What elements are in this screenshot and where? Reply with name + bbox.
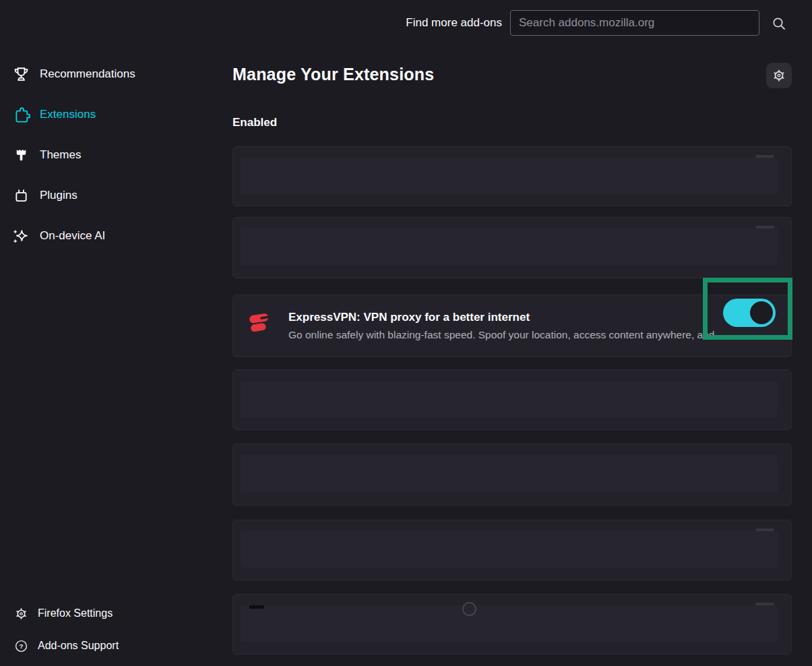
redacted-content bbox=[241, 381, 778, 417]
extension-card-placeholder[interactable] bbox=[232, 146, 792, 206]
find-more-addons-label: Find more add-ons bbox=[367, 10, 502, 36]
sidebar-item-label: Firefox Settings bbox=[38, 607, 113, 619]
sidebar-item-recommendations[interactable]: Recommendations bbox=[0, 59, 224, 89]
page-title: Manage Your Extensions bbox=[232, 65, 434, 84]
expressvpn-logo-icon bbox=[247, 309, 273, 335]
extension-card-placeholder[interactable] bbox=[232, 594, 792, 655]
redacted-badge bbox=[462, 602, 476, 616]
extension-card-placeholder[interactable] bbox=[232, 217, 792, 278]
redacted-toggle bbox=[755, 155, 774, 158]
sparkle-icon bbox=[12, 227, 30, 245]
sidebar-item-label: Plugins bbox=[40, 189, 77, 202]
sidebar-item-addons-support[interactable]: ? Add-ons Support bbox=[0, 631, 224, 661]
extension-toggle[interactable] bbox=[723, 299, 776, 327]
extension-card-placeholder[interactable] bbox=[232, 520, 792, 580]
gear-icon bbox=[772, 68, 786, 83]
plug-icon bbox=[12, 187, 30, 205]
extension-card-expressvpn[interactable]: ExpressVPN: VPN proxy for a better inter… bbox=[232, 295, 792, 357]
puzzle-icon bbox=[12, 106, 30, 124]
help-icon: ? bbox=[14, 639, 28, 653]
extension-card-placeholder[interactable] bbox=[232, 444, 792, 506]
sidebar-item-label: Themes bbox=[40, 148, 81, 162]
sidebar-item-extensions[interactable]: Extensions bbox=[0, 100, 224, 129]
paintbrush-icon bbox=[12, 146, 30, 164]
trophy-icon bbox=[12, 65, 30, 84]
tools-for-all-addons-button[interactable] bbox=[766, 63, 792, 88]
enabled-section-label: Enabled bbox=[232, 116, 277, 129]
search-submit-button[interactable] bbox=[768, 13, 790, 34]
toggle-knob bbox=[750, 301, 773, 324]
sidebar-item-themes[interactable]: Themes bbox=[0, 140, 224, 170]
search-icon bbox=[771, 16, 787, 32]
redacted-content bbox=[241, 605, 778, 642]
sidebar-item-plugins[interactable]: Plugins bbox=[0, 181, 224, 210]
extension-name: ExpressVPN: VPN proxy for a better inter… bbox=[288, 311, 530, 324]
extension-card-placeholder[interactable] bbox=[232, 369, 792, 430]
redacted-content bbox=[241, 229, 778, 265]
svg-text:?: ? bbox=[19, 642, 23, 649]
search-box bbox=[510, 10, 759, 36]
redacted-logo bbox=[249, 605, 264, 609]
redacted-content bbox=[241, 531, 778, 568]
redacted-toggle bbox=[755, 226, 774, 229]
gear-icon bbox=[14, 607, 28, 621]
redacted-content bbox=[241, 158, 778, 194]
sidebar-item-label: Add-ons Support bbox=[38, 640, 119, 652]
sidebar-item-label: Recommendations bbox=[40, 67, 135, 81]
sidebar-item-label: On-device AI bbox=[40, 229, 105, 243]
redacted-toggle bbox=[755, 528, 774, 531]
sidebar-item-label: Extensions bbox=[40, 108, 96, 121]
sidebar-item-on-device-ai[interactable]: On-device AI bbox=[0, 221, 224, 251]
extension-description: Go online safely with blazing-fast speed… bbox=[288, 329, 726, 341]
search-input[interactable] bbox=[510, 10, 759, 36]
redacted-content bbox=[241, 455, 778, 491]
redacted-toggle bbox=[755, 603, 774, 605]
sidebar-item-firefox-settings[interactable]: Firefox Settings bbox=[0, 599, 224, 628]
